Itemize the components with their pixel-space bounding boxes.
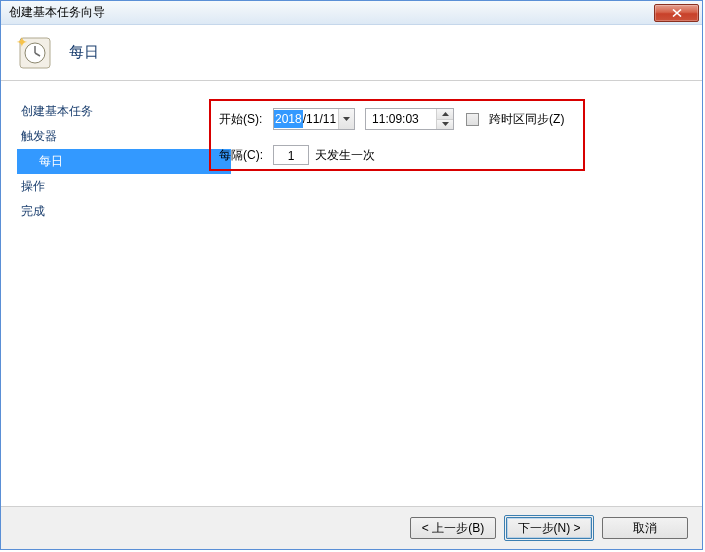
interval-label: 每隔(C):: [219, 147, 267, 164]
wizard-footer: < 上一步(B) 下一步(N) > 取消: [1, 506, 702, 549]
chevron-up-icon: [442, 112, 449, 116]
time-value: 11:09:03: [366, 110, 436, 128]
start-row: 开始(S): 2018/11/11 11:09:03: [219, 107, 575, 131]
spin-down-button[interactable]: [437, 120, 453, 130]
start-date-picker[interactable]: 2018/11/11: [273, 108, 355, 130]
date-dropdown-button[interactable]: [338, 109, 354, 129]
wizard-body: 创建基本任务 触发器 每日 操作 完成 开始(S): 2018/11/11: [1, 81, 702, 506]
start-time-spinner[interactable]: 11:09:03: [365, 108, 454, 130]
spin-up-button[interactable]: [437, 109, 453, 120]
interval-row: 每隔(C): 1 天发生一次: [219, 143, 575, 167]
next-button-label: 下一步(N) >: [506, 517, 592, 539]
chevron-down-icon: [343, 117, 350, 121]
back-button[interactable]: < 上一步(B): [410, 517, 496, 539]
interval-input[interactable]: 1: [273, 145, 309, 165]
nav-item-daily[interactable]: 每日: [17, 149, 231, 174]
wizard-window: 创建基本任务向导 ✦ 每日 创建基本任务 触发器 每日 操作 完成: [0, 0, 703, 550]
interval-suffix: 天发生一次: [315, 147, 375, 164]
nav-item-trigger[interactable]: 触发器: [19, 124, 209, 149]
page-title: 每日: [69, 43, 99, 62]
close-button[interactable]: [654, 4, 699, 22]
nav-item-create-basic-task[interactable]: 创建基本任务: [19, 99, 209, 124]
nav-item-finish[interactable]: 完成: [19, 199, 209, 224]
date-rest: /11/11: [303, 110, 338, 128]
nav-item-action[interactable]: 操作: [19, 174, 209, 199]
next-button[interactable]: 下一步(N) >: [504, 515, 594, 541]
new-star-icon: ✦: [16, 34, 28, 50]
cancel-button[interactable]: 取消: [602, 517, 688, 539]
wizard-content: 开始(S): 2018/11/11 11:09:03: [209, 99, 585, 171]
wizard-nav: 创建基本任务 触发器 每日 操作 完成: [1, 99, 209, 506]
close-icon: [672, 9, 682, 17]
clock-icon: ✦: [19, 37, 51, 69]
chevron-down-icon: [442, 122, 449, 126]
page-header: ✦ 每日: [1, 25, 702, 81]
tz-sync-label: 跨时区同步(Z): [489, 111, 564, 128]
time-spinner-buttons: [436, 109, 453, 129]
date-year-selected: 2018: [274, 110, 303, 128]
highlight-box: 开始(S): 2018/11/11 11:09:03: [209, 99, 585, 171]
tz-sync-checkbox[interactable]: [466, 113, 479, 126]
titlebar: 创建基本任务向导: [1, 1, 702, 25]
start-label: 开始(S):: [219, 111, 267, 128]
window-title: 创建基本任务向导: [9, 4, 105, 21]
